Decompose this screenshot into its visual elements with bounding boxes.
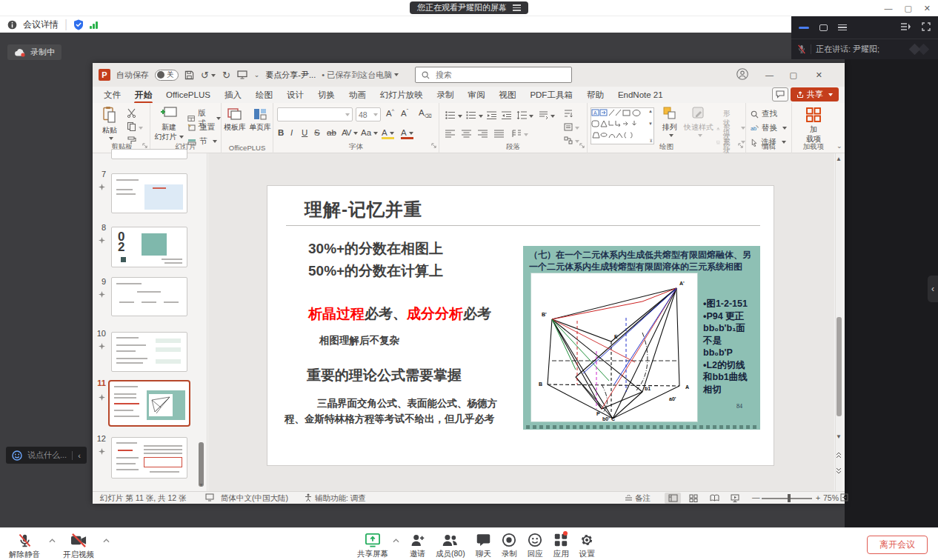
bold-button[interactable]: B	[278, 128, 284, 137]
members-button[interactable]: 成员(80)	[436, 533, 465, 559]
thumbnail-slide-11-selected[interactable]	[108, 380, 190, 427]
tab-draw[interactable]: 绘图	[255, 88, 273, 102]
tab-review[interactable]: 审阅	[467, 88, 485, 102]
camera-options-caret[interactable]	[103, 533, 110, 551]
account-icon[interactable]	[736, 68, 748, 81]
find-button[interactable]: 查找	[751, 109, 777, 119]
align-left-button[interactable]	[445, 127, 455, 141]
replace-button[interactable]: ab替换	[751, 123, 787, 133]
font-color-button[interactable]: A	[401, 128, 413, 139]
decrease-font-button[interactable]: Aˇ	[401, 108, 408, 118]
tab-slideshow[interactable]: 幻灯片放映	[379, 88, 424, 102]
shapes-scroll-down[interactable]: ▼	[648, 121, 653, 126]
start-video-button[interactable]: 开启视频	[63, 533, 94, 560]
apps-button[interactable]: 应用	[553, 533, 569, 559]
os-maximize-button[interactable]: ▢	[904, 4, 911, 13]
share-screen-button[interactable]: 共享屏幕	[357, 533, 388, 559]
increase-indent-button[interactable]	[502, 109, 511, 122]
arrange-button[interactable]: 排列	[657, 106, 682, 137]
align-right-button[interactable]	[478, 127, 488, 141]
scroll-down-arrow[interactable]: ▼	[836, 433, 842, 440]
cut-icon[interactable]	[127, 107, 136, 121]
bullets-button[interactable]	[445, 109, 462, 122]
next-slide-button[interactable]	[836, 467, 842, 476]
new-slide-button[interactable]: 新建 幻灯片	[153, 106, 185, 142]
accessibility-icon[interactable]	[305, 493, 312, 504]
paste-button[interactable]: 粘贴	[98, 106, 122, 140]
tab-home[interactable]: 开始	[134, 88, 153, 102]
tab-view[interactable]: 视图	[498, 88, 516, 102]
settings-button[interactable]: 设置	[579, 533, 595, 559]
quick-chat-pill[interactable]: 说点什么... ‹	[6, 447, 87, 464]
thumbnail-slide-7[interactable]	[111, 173, 187, 213]
network-signal-icon[interactable]	[90, 21, 98, 29]
display-settings-icon[interactable]	[205, 493, 214, 503]
thumbnail-slide-10[interactable]	[111, 332, 187, 372]
thumbnail-slide-8[interactable]: 02	[111, 227, 187, 267]
paragraph-dialog-launcher[interactable]	[579, 138, 585, 151]
fullscreen-icon[interactable]	[922, 21, 931, 34]
os-minimize-button[interactable]: —	[884, 4, 892, 13]
thumbnail-scroll-down-arrow[interactable]: ▼	[199, 482, 204, 487]
clear-formatting-button[interactable]: A⌫	[419, 108, 432, 119]
start-slideshow-icon[interactable]	[237, 70, 247, 79]
panel-expand-handle[interactable]: ‹	[928, 276, 938, 302]
layout-speaker-icon[interactable]	[819, 24, 828, 31]
change-case-button[interactable]: Aa	[361, 128, 378, 137]
character-spacing-button[interactable]: AV	[342, 128, 358, 137]
quick-styles-button[interactable]: 快速样式	[684, 106, 714, 137]
share-options-caret[interactable]	[393, 533, 399, 550]
normal-view-button[interactable]	[665, 493, 681, 504]
decrease-indent-button[interactable]	[487, 109, 496, 122]
collapse-chat-icon[interactable]: ‹	[78, 451, 81, 460]
current-slide[interactable]: 理解-记忆并重 30%+的分数在相图上 50%+的分数在计算上 析晶过程必考、成…	[267, 185, 774, 466]
fit-to-window-icon[interactable]	[840, 493, 848, 503]
line-spacing-button[interactable]	[516, 109, 533, 122]
chat-button[interactable]: 聊天	[476, 533, 491, 559]
tab-design[interactable]: 设计	[286, 88, 305, 102]
strikethrough-button[interactable]: S	[314, 128, 320, 137]
autosave-toggle[interactable]: 关	[155, 70, 179, 81]
info-icon[interactable]	[7, 20, 17, 30]
comments-button[interactable]	[772, 87, 788, 101]
text-direction-button[interactable]	[539, 109, 555, 122]
meeting-details-link[interactable]: 会议详情	[23, 19, 59, 31]
toggle-sidebar-icon[interactable]	[900, 21, 911, 34]
banner-menu-icon[interactable]	[513, 3, 521, 13]
thumbnail-slide-9[interactable]	[111, 277, 187, 316]
tab-pdf-tools[interactable]: PDF工具箱	[529, 88, 573, 102]
template-library-button[interactable]: 模板库	[222, 107, 247, 133]
tab-animations[interactable]: 动画	[348, 88, 367, 102]
columns-button[interactable]	[512, 127, 528, 141]
previous-slide-button[interactable]	[836, 452, 842, 460]
copy-icon[interactable]	[127, 121, 143, 134]
save-status[interactable]: • 已保存到这台电脑	[322, 70, 399, 81]
emoji-icon[interactable]	[12, 450, 22, 461]
main-scrollbar[interactable]: ▲ ▼	[835, 153, 842, 491]
thumbnail-slide-12[interactable]	[111, 437, 187, 479]
tab-record[interactable]: 录制	[436, 88, 454, 102]
addins-button[interactable]: 加 载项	[800, 107, 827, 144]
layout-list-icon[interactable]	[838, 23, 847, 33]
double-strike-button[interactable]: ab	[327, 128, 336, 137]
notes-toggle[interactable]: 备注	[625, 493, 651, 504]
accessibility-status[interactable]: 辅助功能: 调查	[315, 493, 366, 504]
language-indicator[interactable]: 简体中文(中国大陆)	[221, 493, 288, 504]
leave-meeting-button[interactable]: 离开会议	[867, 536, 928, 554]
layout-minimal-icon[interactable]	[799, 27, 809, 29]
tab-insert[interactable]: 插入	[224, 88, 242, 102]
mic-options-caret[interactable]	[49, 533, 56, 551]
ppt-close-button[interactable]: ✕	[816, 70, 822, 80]
shapes-gallery[interactable]: A	[591, 107, 654, 144]
thumbnail-scrollbar-thumb[interactable]	[199, 442, 204, 487]
slideshow-view-button[interactable]	[727, 493, 743, 504]
ppt-restore-button[interactable]: ▢	[790, 70, 797, 80]
reset-button[interactable]: 重置	[187, 122, 215, 133]
slide-sorter-view-button[interactable]	[685, 493, 702, 504]
tab-file[interactable]: 文件	[103, 88, 122, 102]
reading-view-button[interactable]	[706, 493, 722, 504]
drawing-dialog-launcher[interactable]	[738, 138, 743, 151]
ppt-share-button[interactable]: 共享	[791, 87, 839, 101]
zoom-slider-knob[interactable]	[788, 494, 791, 502]
search-input[interactable]	[434, 70, 553, 80]
